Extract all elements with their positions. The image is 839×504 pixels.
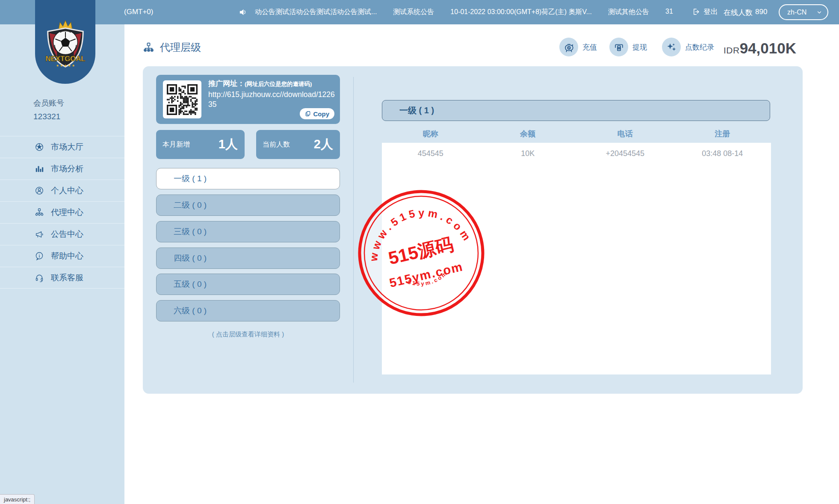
- page-title-text: 代理层级: [160, 41, 201, 54]
- timezone-label: (GMT+0): [124, 8, 153, 16]
- copy-label: Copy: [313, 110, 330, 118]
- stat-label: 本月新增: [162, 140, 190, 149]
- copy-button[interactable]: Copy: [300, 108, 335, 119]
- table-body: 454545 10K +20454545 03:48 08-14: [382, 143, 771, 374]
- sidebar-item-agent-center[interactable]: 代理中心: [0, 201, 124, 223]
- sidebar-item-label: 代理中心: [51, 207, 83, 218]
- sidebar-menu: 市场大厅 市场分析 个人中心: [0, 136, 124, 289]
- ticker-item: 10-01-2022 03:00:00(GMT+8)荷乙(主) 奥斯V...: [450, 8, 592, 18]
- logout-icon: [692, 8, 700, 16]
- level-button-5[interactable]: 五级 ( 0 ): [156, 274, 340, 295]
- online-users: 在线人数 890: [724, 8, 767, 18]
- svg-text:★ ★ ★ ★ ★: ★ ★ ★ ★ ★: [56, 64, 75, 68]
- soccer-ball-icon: [34, 142, 44, 152]
- account-label: 会员账号: [33, 98, 64, 108]
- promo-title: 推广网址：: [208, 80, 245, 88]
- speaker-icon: [239, 7, 248, 17]
- sidebar-item-label: 市场分析: [51, 163, 83, 174]
- promo-url: http://615.jiuzhouw.cc//download/122635: [208, 90, 335, 109]
- levels-hint: ( 点击层级查看详细资料 ): [156, 330, 340, 339]
- table-row[interactable]: 454545 10K +20454545 03:48 08-14: [382, 143, 771, 164]
- sidebar: 会员账号 123321 市场大厅 市场分析: [0, 24, 124, 504]
- column-header-nickname: 昵称: [382, 129, 479, 139]
- stat-current-count: 当前人数 2人: [256, 130, 340, 159]
- svg-text:NEXTGOAL: NEXTGOAL: [45, 55, 85, 63]
- stat-value: 1人: [219, 136, 238, 153]
- sidebar-item-label: 帮助中心: [51, 251, 83, 262]
- headset-icon: [34, 273, 44, 283]
- chevron-down-icon: [816, 9, 822, 15]
- level-button-2[interactable]: 二级 ( 0 ): [156, 195, 340, 216]
- level-button-3[interactable]: 三级 ( 0 ): [156, 221, 340, 242]
- status-text: javascript:;: [4, 496, 30, 503]
- column-header-balance: 余额: [479, 129, 577, 139]
- ticker-item: 31: [665, 8, 673, 18]
- withdraw-label: 提现: [632, 42, 647, 52]
- sidebar-item-label: 公告中心: [51, 229, 83, 240]
- stat-value: 2人: [314, 136, 333, 153]
- points-record-label: 点数纪录: [685, 42, 714, 52]
- deposit-label: 充值: [582, 42, 597, 52]
- bar-chart-icon: [34, 164, 44, 174]
- cell-registered: 03:48 08-14: [674, 149, 771, 158]
- ticker-item: 测试其他公告: [608, 8, 649, 18]
- stat-new-this-month: 本月新增 1人: [156, 130, 245, 159]
- column-header-registered: 注册: [674, 129, 771, 139]
- agent-level-panel: 推广网址：(网址后六位是您的邀请码) http://615.jiuzhouw.c…: [143, 66, 803, 394]
- stat-label: 当前人数: [263, 140, 290, 149]
- deposit-button[interactable]: $ 充值: [559, 38, 597, 56]
- logout-label: 登出: [703, 7, 718, 17]
- sidebar-item-contact-support[interactable]: 联系客服: [0, 267, 124, 289]
- browser-status-tooltip: javascript:;: [0, 494, 35, 504]
- user-icon: [34, 186, 44, 195]
- level-button-1[interactable]: 一级 ( 1 ): [156, 168, 340, 189]
- page-title: 代理层级: [143, 41, 201, 54]
- sidebar-item-announcement-center[interactable]: 公告中心: [0, 223, 124, 245]
- piggy-bank-icon: $: [559, 38, 578, 56]
- level-button-4[interactable]: 四级 ( 0 ): [156, 248, 340, 269]
- sitemap-icon: [34, 208, 44, 217]
- sidebar-item-label: 联系客服: [51, 272, 83, 283]
- sidebar-item-label: 市场大厅: [51, 141, 83, 153]
- qr-code: [163, 80, 201, 118]
- nextgoal-crest-icon: NEXTGOAL ★ ★ ★ ★ ★: [40, 18, 91, 74]
- language-select[interactable]: zh-CN: [779, 4, 828, 20]
- sidebar-item-market-analysis[interactable]: 市场分析: [0, 158, 124, 180]
- table-title-bar: 一级 ( 1 ): [382, 100, 770, 121]
- sidebar-item-personal-center[interactable]: 个人中心: [0, 180, 124, 201]
- svg-text:$: $: [618, 47, 620, 49]
- copy-icon: [305, 111, 311, 117]
- info-icon: [34, 251, 44, 261]
- cell-balance: 10K: [479, 149, 577, 158]
- level-button-6[interactable]: 六级 ( 0 ): [156, 300, 340, 321]
- megaphone-icon: [34, 230, 44, 239]
- balance-amount: 94,010K: [740, 40, 796, 57]
- top-bar: (GMT+0) 动公告测试活动公告测试活动公告测试... 测试系统公告 10-0…: [0, 0, 839, 24]
- sidebar-item-market-hall[interactable]: 市场大厅: [0, 136, 124, 158]
- sparkles-icon: [662, 38, 681, 56]
- logout-button[interactable]: 登出: [692, 7, 718, 17]
- points-record-button[interactable]: 点数纪录: [662, 38, 714, 56]
- cell-nickname: 454545: [382, 149, 479, 158]
- sidebar-item-help-center[interactable]: 帮助中心: [0, 245, 124, 267]
- balance-display: IDR 94,010K: [724, 40, 796, 57]
- promo-text: 推广网址：(网址后六位是您的邀请码) http://615.jiuzhouw.c…: [208, 79, 335, 109]
- atm-withdraw-icon: $: [609, 38, 628, 56]
- language-value: zh-CN: [787, 9, 807, 16]
- online-users-count: 890: [755, 8, 767, 18]
- promo-hint: (网址后六位是您的邀请码): [245, 81, 312, 87]
- promo-card: 推广网址：(网址后六位是您的邀请码) http://615.jiuzhouw.c…: [156, 75, 340, 124]
- ticker-item: 动公告测试活动公告测试活动公告测试...: [255, 8, 377, 18]
- sidebar-item-label: 个人中心: [51, 185, 83, 196]
- table-header-row: 昵称 余额 电话 注册: [382, 129, 771, 139]
- online-users-label: 在线人数: [724, 8, 753, 18]
- sitemap-icon: [143, 42, 154, 53]
- column-header-phone: 电话: [576, 129, 674, 139]
- vertical-divider: [353, 77, 354, 383]
- account-id: 123321: [33, 112, 64, 121]
- withdraw-button[interactable]: $ 提现: [609, 38, 647, 56]
- announcement-ticker[interactable]: 动公告测试活动公告测试活动公告测试... 测试系统公告 10-01-2022 0…: [255, 8, 674, 18]
- brand-logo[interactable]: NEXTGOAL ★ ★ ★ ★ ★: [35, 0, 95, 84]
- balance-currency: IDR: [724, 45, 740, 56]
- account-info: 会员账号 123321: [33, 98, 64, 121]
